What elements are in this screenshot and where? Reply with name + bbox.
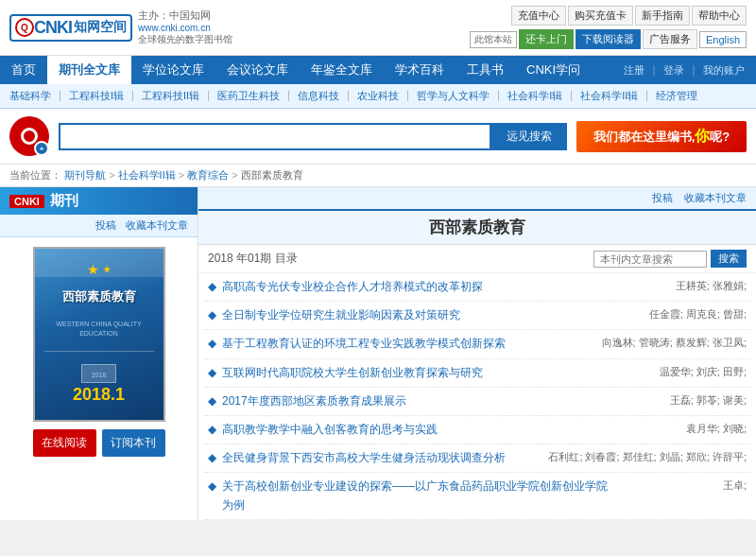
header-right: 充值中心 购买充值卡 新手指南 帮助中心 此馆本站 还卡上门 下载阅读器 广告服… (470, 6, 747, 49)
bullet-icon: ◆ (208, 394, 216, 408)
journal-panel-actions-top: 投稿 收藏本刊文章 (0, 215, 198, 237)
article-authors: 任金霞; 周克良; 曾甜; (624, 306, 747, 323)
btn-english[interactable]: English (699, 31, 747, 48)
sub-nav-sep-6: ｜ (493, 88, 504, 104)
sub-nav-sep-4: ｜ (343, 88, 353, 104)
article-authors: 王磊; 郭苓; 谢美; (624, 392, 747, 409)
sub-nav-sep-1: ｜ (128, 88, 138, 104)
breadcrumb-current: 西部素质教育 (241, 169, 303, 181)
sub-nav-item-9[interactable]: 经济管理 (652, 88, 701, 104)
search-bar: + 远见搜索 我们都在这里编书,你呢? (0, 109, 756, 165)
sub-nav-item-2[interactable]: 工程科技II辑 (138, 88, 203, 104)
sub-nav-item-7[interactable]: 社会科学I辑 (504, 88, 566, 104)
btn-guide[interactable]: 新手指南 (635, 6, 690, 26)
nav-right-area: 注册 ｜ 登录 ｜ 我的账户 (620, 56, 756, 84)
nav-item-cnkilearn[interactable]: CNKI学问 (515, 56, 592, 84)
bullet-icon: ◆ (208, 308, 216, 321)
breadcrumb-sep-1: > (109, 169, 117, 181)
nav-item-journal[interactable]: 期刊全文库 (47, 56, 131, 84)
action-submit[interactable]: 投稿 (95, 218, 116, 233)
article-title[interactable]: 全日制专业学位研究生就业影响因素及对策研究 (222, 306, 618, 324)
article-title[interactable]: 高职高专光伏专业校企合作人才培养模式的改革初探 (222, 278, 618, 296)
sub-nav-sep-5: ｜ (403, 88, 413, 104)
nav-item-home[interactable]: 首页 (0, 56, 47, 84)
nav-bar: 首页 期刊全文库 学位论文库 会议论文库 年鉴全文库 学术百科 工具书 CNKI… (0, 56, 756, 84)
breadcrumb-sep-2: > (179, 169, 187, 181)
table-row: ◆ 2017年度西部地区素质教育成果展示 王磊; 郭苓; 谢美; (204, 388, 750, 416)
btn-online-read[interactable]: 在线阅读 (33, 429, 96, 457)
action-collect[interactable]: 收藏本刊文章 (126, 218, 188, 233)
table-row: ◆ 互联网时代高职院校大学生创新创业教育探索与研究 温爱华; 刘庆; 田野; (204, 359, 750, 388)
sub-nav-item-0[interactable]: 基础科学 (6, 88, 55, 104)
table-row: ◆ 关于高校创新创业专业建设的探索——以广东食品药品职业学院创新创业学院为例 王… (204, 473, 750, 519)
issue-search-input[interactable] (593, 251, 707, 268)
btn-download-reader[interactable]: 下载阅读器 (576, 29, 641, 49)
search-input-wrap: 远见搜索 (59, 123, 567, 150)
article-authors: 石利红; 刘春霞; 郑佳红; 刘晶; 郑欣; 许辞平; (548, 449, 747, 466)
logo-text-area: 主办：中国知网 www.cnki.com.cn 全球领先的数字图书馆 (138, 9, 232, 46)
btn-ad[interactable]: 广告服务 (643, 29, 697, 49)
sub-nav-item-8[interactable]: 社会科学II辑 (576, 88, 642, 104)
bullet-icon: ◆ (208, 423, 216, 436)
nav-item-encyclopedia[interactable]: 学术百科 (384, 56, 455, 84)
nav-login[interactable]: 登录 (660, 63, 688, 78)
issue-search: 搜索 (593, 250, 747, 268)
nav-item-almanac[interactable]: 年鉴全文库 (300, 56, 384, 84)
btn-help[interactable]: 帮助中心 (692, 6, 747, 26)
nav-item-conference[interactable]: 会议论文库 (215, 56, 300, 84)
sub-nav-item-3[interactable]: 医药卫生科技 (214, 88, 284, 104)
table-row: ◆ 高职教学教学中融入创客教育的思考与实践 袁月华; 刘晓; (204, 416, 750, 444)
nav-myaccount[interactable]: 我的账户 (699, 63, 748, 78)
sub-nav-sep-0: ｜ (55, 88, 65, 104)
bullet-icon: ◆ (208, 337, 216, 350)
article-title[interactable]: 2017年度西部地区素质教育成果展示 (222, 392, 618, 410)
sub-nav-item-1[interactable]: 工程科技I辑 (65, 88, 128, 104)
table-row: ◆ 基于工程教育认证的环境工程专业实践教学模式创新探索 向逸林; 管晓涛; 蔡发… (204, 330, 750, 358)
cover-title: 西部素质教育 (62, 287, 136, 307)
sub-nav-sep-8: ｜ (642, 88, 652, 104)
sub-nav-sep-2: ｜ (203, 88, 214, 104)
issue-info-text: 2018 年01期 目录 (208, 251, 298, 267)
logo-site-name: 知网空间 (74, 19, 127, 36)
nav-divider2: ｜ (688, 62, 699, 78)
sub-nav-item-6[interactable]: 哲学与人文科学 (413, 88, 493, 104)
header-action-submit[interactable]: 投稿 (652, 191, 673, 205)
sub-nav-item-4[interactable]: 信息科技 (294, 88, 343, 104)
cnki-search-logo: + (9, 116, 49, 156)
header-mid-buttons: 此馆本站 还卡上门 下载阅读器 广告服务 English (470, 29, 747, 49)
cover-year: 2018.1 (73, 385, 125, 405)
article-title[interactable]: 关于高校创新创业专业建设的探索——以广东食品药品职业学院创新创业学院为例 (222, 478, 618, 513)
cover-title-en: WESTERN CHINA QUALITY EDUCATION (44, 320, 154, 339)
article-title[interactable]: 高职教学教学中融入创客教育的思考与实践 (222, 421, 618, 439)
header-action-collect[interactable]: 收藏本刊文章 (684, 191, 747, 205)
sub-nav: 基础科学 ｜ 工程科技I辑 ｜ 工程科技II辑 ｜ 医药卫生科技 ｜ 信息科技 … (0, 84, 756, 109)
article-authors: 温爱华; 刘庆; 田野; (624, 364, 747, 381)
article-title[interactable]: 基于工程教育认证的环境工程专业实践教学模式创新探索 (222, 335, 596, 353)
logo-host: 主办：中国知网 (138, 9, 232, 23)
btn-buy-card[interactable]: 购买充值卡 (568, 6, 633, 26)
article-title[interactable]: 全民健身背景下西安市高校大学生健身活动现状调查分析 (222, 449, 542, 467)
sub-nav-item-5[interactable]: 农业科技 (353, 88, 403, 104)
btn-subscribe[interactable]: 订阅本刊 (102, 429, 165, 457)
article-panel: 投稿 收藏本刊文章 西部素质教育 2018 年01期 目录 搜索 ◆ 高职高专光… (198, 187, 756, 520)
search-input[interactable] (59, 123, 491, 150)
breadcrumb-link-2[interactable]: 社会科学II辑 (118, 169, 176, 181)
breadcrumb: 当前位置： 期刊导航 > 社会科学II辑 > 教育综合 > 西部素质教育 (0, 165, 756, 187)
issue-search-button[interactable]: 搜索 (711, 250, 747, 268)
breadcrumb-link-3[interactable]: 教育综合 (187, 169, 229, 181)
sub-nav-sep-7: ｜ (566, 88, 576, 104)
btn-return-card[interactable]: 还卡上门 (519, 29, 574, 49)
breadcrumb-prefix: 当前位置： (9, 169, 61, 181)
cnki-badge: CNKI (9, 195, 44, 208)
logo-icon: Q CNKI 知网空间 (9, 14, 132, 42)
nav-register[interactable]: 注册 (620, 63, 648, 78)
nav-item-thesis[interactable]: 学位论文库 (131, 56, 215, 84)
nav-item-tools[interactable]: 工具书 (455, 56, 515, 84)
article-title[interactable]: 互联网时代高职院校大学生创新创业教育探索与研究 (222, 364, 618, 382)
breadcrumb-link-1[interactable]: 期刊导航 (64, 169, 106, 181)
search-button[interactable]: 远见搜索 (491, 123, 567, 150)
btn-recharge[interactable]: 充值中心 (511, 6, 566, 26)
local-icon: 此馆本站 (470, 31, 517, 48)
article-panel-title: 西部素质教育 (198, 211, 756, 245)
table-row: ◆ 高职高专光伏专业校企合作人才培养模式的改革初探 王耕英; 张雅娟; (204, 273, 750, 302)
